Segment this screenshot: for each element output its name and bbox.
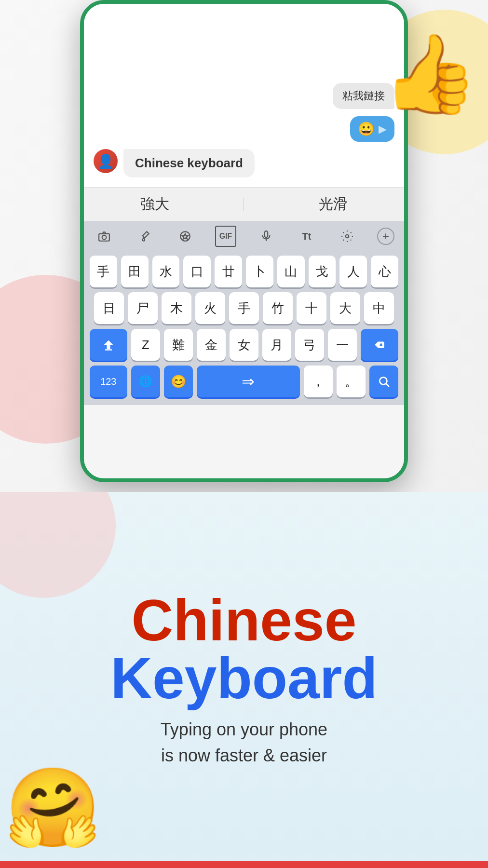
subtitle-line2: is now faster & easier xyxy=(161,746,327,765)
svg-point-1 xyxy=(102,235,107,240)
bottom-blob xyxy=(0,492,116,598)
brush-icon[interactable] xyxy=(134,226,155,247)
thumbsup-emoji: 👍 xyxy=(382,29,478,120)
phone-mockup: 粘我鏈接 😀 ▶ 👤 Chinese keyboard 強大 光滑 xyxy=(80,0,408,482)
key-delete[interactable] xyxy=(361,329,398,361)
subtitle: Typing on your phone is now faster & eas… xyxy=(161,717,327,769)
key-shift[interactable] xyxy=(90,329,127,361)
key-十[interactable]: 十 xyxy=(297,292,326,324)
key-金[interactable]: 金 xyxy=(197,329,226,361)
key-女[interactable]: 女 xyxy=(230,329,258,361)
svg-rect-3 xyxy=(265,231,268,237)
key-space[interactable]: ⇒ xyxy=(197,366,300,397)
key-123[interactable]: 123 xyxy=(90,366,127,397)
chat-bubble-left: 👤 Chinese keyboard xyxy=(94,149,394,177)
key-row-1: 手 田 水 口 廿 卜 山 戈 人 心 xyxy=(90,256,398,287)
title-keyboard: Keyboard xyxy=(110,649,377,707)
key-人[interactable]: 人 xyxy=(339,256,367,287)
svg-point-9 xyxy=(380,377,387,384)
keyboard-keys: 手 田 水 口 廿 卜 山 戈 人 心 日 尸 木 火 手 xyxy=(84,252,404,405)
camera-icon[interactable] xyxy=(94,226,115,247)
key-emoji[interactable]: 😊 xyxy=(164,366,193,397)
key-田[interactable]: 田 xyxy=(121,256,149,287)
title-chinese: Chinese xyxy=(132,591,357,649)
bottom-emoji: 🤗 xyxy=(5,763,101,854)
key-search[interactable] xyxy=(369,366,398,397)
key-月[interactable]: 月 xyxy=(262,329,291,361)
key-手[interactable]: 手 xyxy=(90,256,117,287)
key-卜[interactable]: 卜 xyxy=(246,256,273,287)
suggestion-2[interactable]: 光滑 xyxy=(319,194,348,214)
key-日[interactable]: 日 xyxy=(94,292,124,324)
key-廿[interactable]: 廿 xyxy=(215,256,242,287)
key-Z[interactable]: Z xyxy=(131,329,160,361)
user-avatar: 👤 xyxy=(94,149,118,173)
key-row-2: 日 尸 木 火 手 竹 十 大 中 xyxy=(90,292,398,324)
key-心[interactable]: 心 xyxy=(371,256,398,287)
emoji-bar: 😀 ▶ xyxy=(350,116,394,142)
key-row-4: 123 🌐 😊 ⇒ ， 。 xyxy=(90,366,398,401)
chat-area: 粘我鏈接 😀 ▶ 👤 Chinese keyboard xyxy=(84,4,404,187)
bottom-section: Chinese Keyboard Typing on your phone is… xyxy=(0,492,488,868)
key-尸[interactable]: 尸 xyxy=(128,292,158,324)
gif-icon[interactable]: GIF xyxy=(215,226,236,247)
red-bar xyxy=(0,861,488,868)
svg-point-5 xyxy=(346,235,349,238)
key-竹[interactable]: 竹 xyxy=(263,292,293,324)
key-大[interactable]: 大 xyxy=(330,292,360,324)
key-period[interactable]: 。 xyxy=(337,366,366,397)
key-水[interactable]: 水 xyxy=(152,256,180,287)
key-弓[interactable]: 弓 xyxy=(295,329,324,361)
subtitle-line1: Typing on your phone xyxy=(161,719,327,739)
key-手2[interactable]: 手 xyxy=(229,292,259,324)
keyboard-toolbar: GIF Tt + xyxy=(84,221,404,252)
font-icon[interactable]: Tt xyxy=(296,226,317,247)
key-row-3: Z 難 金 女 月 弓 一 xyxy=(90,329,398,361)
key-戈[interactable]: 戈 xyxy=(309,256,336,287)
key-comma[interactable]: ， xyxy=(304,366,333,397)
chat-bubble-left-text: Chinese keyboard xyxy=(123,149,255,177)
suggestion-1[interactable]: 強大 xyxy=(140,194,169,214)
top-section: 👍 粘我鏈接 😀 ▶ 👤 Chinese keyboard xyxy=(0,0,488,492)
star-settings-icon[interactable] xyxy=(175,226,196,247)
key-山[interactable]: 山 xyxy=(277,256,305,287)
emoji-bar-icon2: ▶ xyxy=(379,123,387,136)
suggestion-bar: 強大 光滑 xyxy=(84,187,404,221)
bubble-right-text: 粘我鏈接 xyxy=(342,90,385,102)
plus-icon[interactable]: + xyxy=(377,228,394,245)
key-中[interactable]: 中 xyxy=(364,292,394,324)
key-火[interactable]: 火 xyxy=(195,292,225,324)
key-口[interactable]: 口 xyxy=(183,256,211,287)
suggestion-divider xyxy=(244,198,244,211)
svg-rect-6 xyxy=(105,349,112,350)
settings-icon[interactable] xyxy=(337,226,358,247)
key-一[interactable]: 一 xyxy=(328,329,357,361)
key-木[interactable]: 木 xyxy=(162,292,191,324)
key-globe[interactable]: 🌐 xyxy=(131,366,160,397)
emoji-bar-icon: 😀 xyxy=(358,121,375,137)
key-難[interactable]: 難 xyxy=(164,329,193,361)
phone-inner: 粘我鏈接 😀 ▶ 👤 Chinese keyboard 強大 光滑 xyxy=(84,4,404,478)
mic-icon[interactable] xyxy=(256,226,277,247)
svg-line-10 xyxy=(386,384,389,387)
